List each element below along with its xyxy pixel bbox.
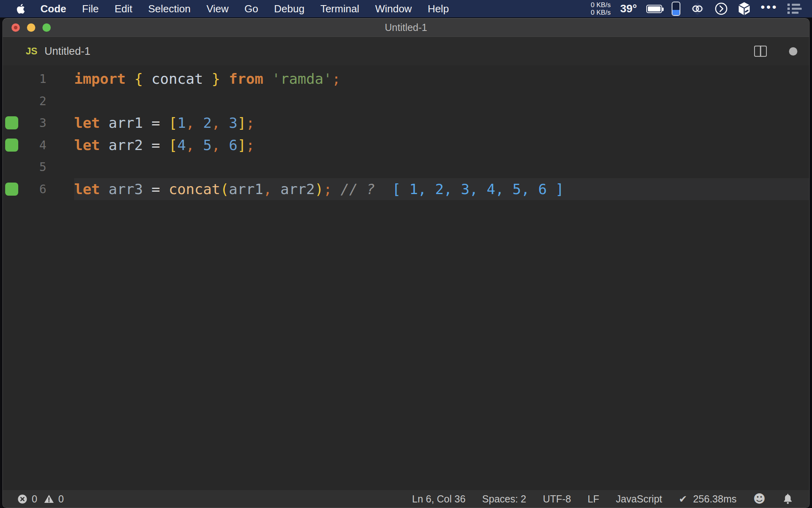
code-content: let arr1 = [1, 2, 3]; — [74, 112, 809, 134]
code-token: = — [151, 181, 169, 197]
apple-icon — [16, 3, 25, 14]
language-mode[interactable]: JavaScript — [616, 493, 662, 505]
code-token: 1 — [177, 115, 186, 131]
code-token: ; — [332, 71, 341, 87]
menu-item-help[interactable]: Help — [428, 3, 449, 15]
code-token: ; — [246, 115, 255, 131]
code-line[interactable]: 5 — [3, 156, 809, 178]
battery-icon[interactable] — [646, 5, 662, 13]
code-token: ) — [315, 181, 324, 197]
more-dots-icon[interactable]: ••• — [760, 1, 778, 16]
problems-indicator[interactable]: 0 0 — [17, 493, 64, 505]
check-icon: ✔ — [679, 493, 687, 504]
code-token: [ — [169, 137, 177, 153]
code-token: [ — [169, 115, 177, 131]
code-token: let — [74, 115, 109, 131]
tab-untitled-1[interactable]: JS Untitled-1 — [26, 45, 90, 58]
warnings-count: 0 — [58, 493, 64, 505]
maximize-button[interactable] — [42, 23, 51, 32]
code-token: 5 — [203, 137, 212, 153]
cube-app-icon[interactable] — [737, 2, 751, 16]
encoding[interactable]: UTF-8 — [543, 493, 571, 505]
window-title: Untitled-1 — [385, 22, 427, 33]
warning-icon — [44, 494, 54, 504]
menu-item-code[interactable]: Code — [40, 3, 66, 15]
code-content: import { concat } from 'ramda'; — [74, 68, 809, 90]
code-token: ; — [246, 137, 255, 153]
close-button[interactable] — [11, 23, 20, 32]
code-token: = — [151, 115, 169, 131]
clock-icon[interactable] — [714, 2, 728, 15]
code-token: 3 — [229, 115, 237, 131]
code-line[interactable]: 1import { concat } from 'ramda'; — [3, 68, 809, 90]
menu-item-selection[interactable]: Selection — [148, 3, 191, 15]
code-line[interactable]: 4let arr2 = [4, 5, 6]; — [3, 134, 809, 156]
upload-speed: 0 KB/s — [591, 1, 611, 9]
swirl-icon[interactable] — [690, 2, 705, 16]
unsaved-indicator-dot — [789, 47, 797, 56]
menu-item-terminal[interactable]: Terminal — [320, 3, 359, 15]
quokka-coverage-marker-icon — [5, 116, 18, 129]
code-line[interactable]: 6let arr3 = concat(arr1, arr2); // ? [ 1… — [3, 178, 809, 200]
eol-sequence[interactable]: LF — [588, 493, 599, 505]
bulleted-list-icon[interactable] — [787, 3, 802, 14]
split-editor-icon[interactable] — [754, 46, 767, 57]
line-number[interactable]: 6 — [21, 182, 46, 196]
indentation[interactable]: Spaces: 2 — [482, 493, 526, 505]
quokka-perf[interactable]: ✔ 256.38ms — [679, 493, 737, 505]
code-token: concat — [151, 71, 203, 87]
code-token: , — [263, 181, 280, 197]
code-token: = — [151, 137, 169, 153]
title-bar[interactable]: Untitled-1 — [3, 19, 809, 37]
code-token: [ 1, 2, 3, 4, 5, 6 ] — [392, 181, 564, 197]
code-token: { — [134, 71, 151, 87]
menu-item-view[interactable]: View — [207, 3, 229, 15]
apple-menu[interactable] — [16, 3, 26, 15]
code-token: let — [74, 137, 109, 153]
menu-item-window[interactable]: Window — [375, 3, 412, 15]
errors-count: 0 — [32, 493, 37, 505]
code-token: ' — [324, 71, 332, 87]
code-line[interactable]: 2 — [3, 90, 809, 112]
temperature-indicator[interactable]: 39° — [620, 2, 637, 15]
code-token: arr2 — [109, 137, 151, 153]
cursor-position[interactable]: Ln 6, Col 36 — [412, 493, 465, 505]
line-number[interactable]: 2 — [21, 94, 46, 108]
editor-lines: 1import { concat } from 'ramda';23let ar… — [3, 68, 809, 200]
code-token: ; — [324, 181, 341, 197]
code-token: , — [212, 137, 229, 153]
line-number[interactable]: 4 — [21, 138, 46, 152]
code-token: ] — [237, 137, 246, 153]
tab-label: Untitled-1 — [44, 45, 90, 58]
javascript-file-icon: JS — [26, 46, 37, 57]
network-speed-indicator[interactable]: 0 KB/s 0 KB/s — [591, 1, 611, 16]
code-token: arr3 — [109, 181, 151, 197]
menu-item-debug[interactable]: Debug — [274, 3, 304, 15]
code-token: // ? — [341, 181, 375, 197]
editor-tab-bar: JS Untitled-1 — [3, 37, 809, 65]
code-token: let — [74, 181, 109, 197]
notifications-bell-icon[interactable] — [782, 493, 793, 505]
code-content: let arr2 = [4, 5, 6]; — [74, 134, 809, 156]
menu-item-file[interactable]: File — [82, 3, 99, 15]
editor-actions — [754, 46, 797, 57]
feedback-smiley-icon[interactable]: ☻ — [753, 493, 766, 505]
traffic-lights — [11, 19, 51, 37]
status-bar: 0 0 Ln 6, Col 36 Spaces: 2 UTF-8 LF Java… — [3, 490, 809, 508]
gutter — [3, 116, 21, 129]
minimize-button[interactable] — [27, 23, 35, 32]
code-line[interactable]: 3let arr1 = [1, 2, 3]; — [3, 112, 809, 134]
error-icon — [17, 494, 28, 504]
device-battery-icon[interactable] — [672, 2, 680, 16]
line-number[interactable]: 5 — [21, 160, 46, 174]
line-number[interactable]: 1 — [21, 72, 46, 86]
line-number[interactable]: 3 — [21, 116, 46, 130]
editor[interactable]: 1import { concat } from 'ramda';23let ar… — [3, 65, 809, 490]
perf-time: 256.38ms — [693, 493, 737, 504]
code-token — [375, 181, 392, 197]
menu-item-edit[interactable]: Edit — [115, 3, 132, 15]
menu-item-go[interactable]: Go — [245, 3, 259, 15]
code-token: concat — [169, 181, 220, 197]
code-token: ' — [272, 71, 281, 87]
quokka-coverage-marker-icon — [5, 139, 18, 152]
